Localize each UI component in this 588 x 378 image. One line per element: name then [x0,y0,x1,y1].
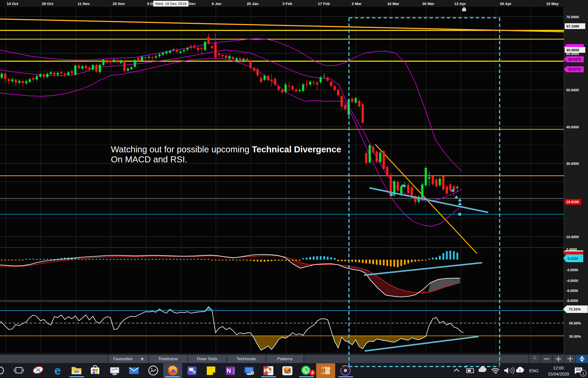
svg-text:15/04/2020: 15/04/2020 [548,372,569,376]
svg-text:-4.0000: -4.0000 [566,279,578,283]
svg-text:6 Jan: 6 Jan [212,2,221,6]
svg-text:-8.0000: -8.0000 [566,299,578,303]
svg-text:11 Nov: 11 Nov [78,2,90,6]
svg-text:4: 4 [311,370,314,375]
svg-text:10 May: 10 May [546,2,559,6]
svg-text:e: e [54,364,61,377]
svg-text:50.0000: 50.0000 [566,88,579,92]
svg-text:25 Nov: 25 Nov [113,2,125,6]
svg-text:40.0000: 40.0000 [566,125,579,129]
svg-text:O: O [321,368,325,373]
svg-text:Timeframe: Timeframe [158,356,178,361]
svg-text:+: + [534,355,536,359]
svg-text:17 Feb: 17 Feb [318,2,330,6]
svg-text:58.4470: 58.4470 [568,57,581,61]
svg-text:!: ! [519,368,521,373]
svg-text:Technicals: Technicals [237,356,256,361]
svg-text:13 Apr: 13 Apr [454,2,466,6]
svg-text:30.0000: 30.0000 [566,162,579,166]
svg-text:30 Mar: 30 Mar [422,2,434,6]
svg-text:Dec: Dec [189,2,196,6]
svg-text:1: 1 [582,371,584,375]
svg-text:12:00: 12:00 [553,366,564,370]
svg-text:71.31%: 71.31% [569,307,581,311]
svg-text:ENG: ENG [529,368,539,373]
svg-text:28 Oct: 28 Oct [42,2,53,6]
svg-text:14 Oct: 14 Oct [7,2,18,6]
svg-text:★: ★ [140,356,144,361]
svg-text:Watching out for possible upco: Watching out for possible upcoming Techn… [111,144,341,154]
svg-text:50.00%: 50.00% [569,321,581,325]
svg-text:70.0000: 70.0000 [566,15,579,19]
svg-text:-6.0000: -6.0000 [566,289,578,293]
svg-text:N: N [227,367,231,374]
svg-text:10.0000: 10.0000 [566,235,579,239]
svg-text:Draw Tools: Draw Tools [197,356,217,361]
svg-text:16 Mar: 16 Mar [387,2,399,6]
svg-text:2 Mar: 2 Mar [352,2,361,6]
svg-text:19.5150: 19.5150 [566,200,579,204]
svg-text:On MACD and RSI.: On MACD and RSI. [111,154,187,164]
svg-text:-2.0000: -2.0000 [566,268,578,272]
svg-text:P: P [264,367,268,374]
svg-text:67.3489: 67.3489 [566,24,579,28]
svg-text:Favourites: Favourites [113,356,132,361]
svg-text:26 Apr: 26 Apr [500,2,511,6]
svg-text:3 Feb: 3 Feb [282,2,292,6]
svg-text:30.00%: 30.00% [569,334,581,338]
svg-text:Patterns: Patterns [277,356,292,361]
svg-text:60.8650: 60.8650 [566,48,579,52]
svg-text:Wed, 18 Dec 2019: Wed, 18 Dec 2019 [155,2,186,6]
svg-text:0.2320: 0.2320 [568,257,578,260]
svg-text:55.6772: 55.6772 [568,67,581,71]
svg-text:20 Jan: 20 Jan [247,2,259,6]
